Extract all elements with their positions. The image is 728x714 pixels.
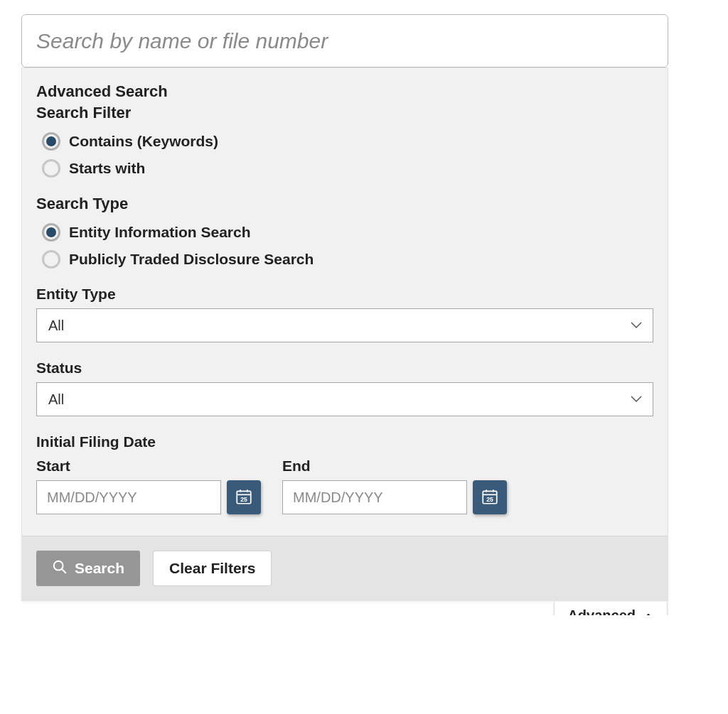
filing-date-label: Initial Filing Date <box>36 433 653 450</box>
radio-contains-keywords[interactable]: Contains (Keywords) <box>42 132 653 151</box>
search-filter-group: Contains (Keywords) Starts with <box>36 132 653 178</box>
svg-line-11 <box>62 569 65 573</box>
chevron-up-icon <box>643 607 654 615</box>
start-date-calendar-button[interactable]: 25 <box>227 480 261 514</box>
radio-icon <box>42 159 60 178</box>
calendar-icon: 25 <box>481 487 499 508</box>
svg-text:25: 25 <box>240 495 247 502</box>
start-date-input[interactable] <box>36 480 221 514</box>
search-button-label: Search <box>75 560 124 577</box>
svg-text:25: 25 <box>486 495 493 502</box>
search-type-group: Entity Information Search Publicly Trade… <box>36 223 653 269</box>
radio-entity-information[interactable]: Entity Information Search <box>42 223 653 242</box>
search-icon <box>52 559 68 578</box>
panel-footer: Search Clear Filters <box>22 536 668 600</box>
radio-label: Publicly Traded Disclosure Search <box>69 251 314 268</box>
entity-type-select[interactable]: All <box>36 308 653 342</box>
radio-label: Entity Information Search <box>69 224 251 241</box>
advanced-toggle-tab[interactable]: Advanced <box>554 602 668 615</box>
status-label: Status <box>36 359 653 377</box>
status-select[interactable]: All <box>36 382 653 416</box>
main-search-input[interactable] <box>21 14 668 67</box>
advanced-search-title: Advanced Search <box>36 82 653 101</box>
radio-starts-with[interactable]: Starts with <box>42 159 653 178</box>
radio-label: Contains (Keywords) <box>69 133 218 150</box>
radio-publicly-traded[interactable]: Publicly Traded Disclosure Search <box>42 250 653 269</box>
start-date-label: Start <box>36 458 261 475</box>
end-date-label: End <box>282 458 507 475</box>
entity-type-label: Entity Type <box>36 286 653 303</box>
calendar-icon: 25 <box>235 487 253 508</box>
end-date-calendar-button[interactable]: 25 <box>473 480 507 514</box>
search-button[interactable]: Search <box>36 551 140 586</box>
advanced-search-panel: Advanced Search Search Filter Contains (… <box>21 67 668 601</box>
advanced-toggle-label: Advanced <box>567 607 636 615</box>
radio-icon <box>42 250 60 269</box>
clear-filters-button[interactable]: Clear Filters <box>153 551 272 586</box>
radio-icon <box>42 223 60 242</box>
radio-icon <box>42 132 60 151</box>
search-filter-title: Search Filter <box>36 104 653 122</box>
radio-label: Starts with <box>69 160 145 177</box>
search-type-title: Search Type <box>36 195 653 213</box>
end-date-input[interactable] <box>282 480 467 514</box>
